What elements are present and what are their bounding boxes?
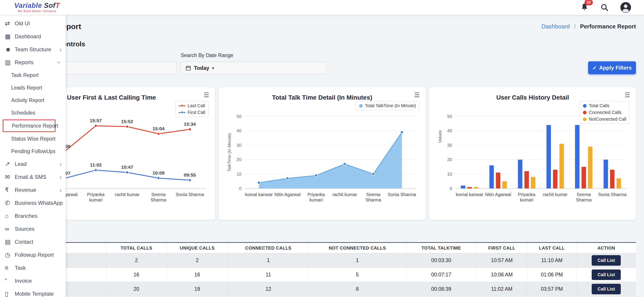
sidebar-item-business-whatsapp[interactable]: ✆Business WhatsApp (0, 196, 66, 209)
legend-marker-dot (181, 111, 183, 114)
call-list-button[interactable]: Call List (592, 255, 621, 266)
svg-text:Seema: Seema (577, 192, 591, 197)
legend-label: NotConnected Call (589, 117, 626, 122)
sidebar-item-revenue[interactable]: ₹Revenue› (0, 183, 66, 196)
svg-text:15:57: 15:57 (90, 118, 102, 123)
sidebar-item-label: Leads Report (11, 85, 42, 91)
sidebar-item-status-wise-report[interactable]: Status Wise Report (0, 133, 66, 145)
sidebar-item-label: Reports (15, 59, 34, 66)
legend-item[interactable]: Last Call (179, 103, 205, 108)
chart-menu-icon[interactable]: ☰ (624, 91, 630, 99)
svg-text:15:34: 15:34 (184, 122, 196, 127)
sidebar-item-mobile-template[interactable]: ▯Mobile Template (0, 287, 66, 297)
sidebar-item-label: Business WhatsApp (15, 200, 63, 206)
legend-item[interactable]: NotConnected Call (583, 117, 626, 122)
svg-text:Sharma: Sharma (366, 197, 381, 202)
sidebar-item-invoice[interactable]: ”Invoice (0, 274, 66, 287)
sidebar-item-label: Email & SMS (15, 174, 46, 180)
sidebar-item-label: Dashboard (15, 33, 41, 40)
app-logo[interactable]: VariableSofT We Build Better Software (14, 2, 60, 13)
table-cell: 20 (106, 282, 166, 296)
apply-filters-button[interactable]: ✓ Apply Filters (588, 61, 636, 74)
sidebar-item-label: Pending FollowUps (11, 148, 56, 154)
sidebar-item-label: Team Structure (15, 46, 51, 53)
svg-text:15:04: 15:04 (152, 126, 164, 131)
legend-item[interactable]: First Call (179, 110, 205, 115)
chart-legend: Last CallFirst Call (175, 101, 209, 117)
sidebar-item-lead[interactable]: ↗Lead› (0, 158, 66, 171)
area-chart-canvas: 01020304050TalkTime (In Minute)komal kan… (224, 102, 420, 208)
svg-text:Priyanka: Priyanka (308, 192, 325, 197)
sidebar-item-team-structure[interactable]: ☻Team Structure› (0, 43, 66, 56)
sidebar-item-email-sms[interactable]: ✉Email & SMS› (0, 171, 66, 183)
breadcrumb-dashboard-link[interactable]: Dashboard (541, 23, 570, 30)
team-structure-icon: ☻ (5, 46, 15, 53)
sidebar-item-task-report[interactable]: Task Report (0, 69, 66, 82)
notifications-button[interactable]: 10 (580, 3, 589, 12)
breadcrumb-separator: / (574, 23, 576, 30)
sidebar-item-reports[interactable]: ▥Reports› (0, 56, 66, 69)
table-cell: 10:57 AM (476, 253, 527, 268)
sidebar-item-followup-report[interactable]: ◷Followup Report (0, 248, 66, 261)
table-cell: 5 (308, 268, 406, 282)
logo-word-3: T (56, 2, 60, 10)
svg-text:komal kanwar: komal kanwar (245, 192, 273, 197)
logo-word-1: Variable (14, 2, 42, 10)
table-row: 201912800:08:3911:02 AM03:57 PMCall List (8, 282, 636, 296)
lead-icon: ↗ (5, 160, 15, 168)
legend-item[interactable]: Total Calls (583, 103, 626, 108)
sidebar-item-old-ui[interactable]: ⇄Old UI (0, 17, 66, 30)
sidebar-item-pending-followups[interactable]: Pending FollowUps (0, 145, 66, 158)
sidebar-menu: ⇄Old UI▦Dashboard☻Team Structure›▥Report… (0, 17, 66, 297)
legend-label: Connected Calls (589, 110, 622, 115)
column-header: UNIQUE CALLS (166, 243, 228, 253)
sidebar-item-sources[interactable]: ∞Sources (0, 222, 66, 235)
legend-marker (583, 104, 586, 108)
main-content: Performance Report Dashboard / Performan… (0, 15, 644, 296)
svg-text:20: 20 (447, 157, 452, 162)
calendar-icon (185, 65, 191, 71)
chevron-down-icon: › (56, 61, 62, 64)
sidebar-item-leads-report[interactable]: Leads Report (0, 82, 66, 94)
chevron-right-icon: › (60, 187, 62, 193)
sidebar-item-dashboard[interactable]: ▦Dashboard (0, 30, 66, 43)
sidebar-item-label: Performance Report (12, 123, 58, 129)
legend-marker (583, 118, 586, 121)
charts-row: ☰ User First & Last Calling Time Last Ca… (8, 87, 636, 220)
filter-controls: Search By Date Range Today ▾ ✓ Apply Fil… (8, 52, 636, 78)
sources-icon: ∞ (5, 226, 15, 232)
chart-menu-icon[interactable]: ☰ (204, 91, 209, 99)
table-cell: 11:02 AM (476, 282, 527, 296)
sidebar-item-label: Old UI (15, 20, 30, 27)
sidebar-item-activity-report[interactable]: Activity Report (0, 94, 66, 107)
breadcrumb: Dashboard / Performance Report (541, 23, 636, 30)
chart-card-calls-history: ☰ User Calls History Detail Total CallsC… (429, 87, 636, 220)
date-range-dropdown[interactable]: Today ▾ (181, 62, 326, 74)
call-list-button[interactable]: Call List (592, 269, 621, 280)
sidebar-item-task[interactable]: ≡Task (0, 261, 66, 274)
chart-menu-icon[interactable]: ☰ (414, 91, 420, 99)
page-header-row: Performance Report Dashboard / Performan… (8, 22, 636, 31)
search-button[interactable] (600, 3, 609, 12)
table-row: 161611500:07:1710:06 AM01:06 PMCall List (8, 268, 636, 282)
svg-text:11:02: 11:02 (90, 162, 102, 167)
svg-text:30: 30 (447, 143, 452, 148)
column-header: LAST CALL (527, 243, 576, 253)
svg-text:30: 30 (236, 143, 242, 148)
chevron-right-icon: › (60, 161, 62, 167)
column-header: FIRST CALL (476, 243, 527, 253)
notification-badge: 10 (584, 0, 593, 5)
date-range-value: Today (194, 65, 209, 71)
sidebar-item-label: Contact (15, 239, 33, 245)
user-avatar[interactable] (620, 2, 632, 13)
chevron-right-icon: › (60, 46, 62, 53)
sidebar-item-performance-report[interactable]: Performance Report (3, 120, 56, 132)
call-list-button[interactable]: Call List (592, 284, 621, 294)
sidebar-item-branches[interactable]: ⌂Branches (0, 209, 66, 222)
svg-text:09:55: 09:55 (184, 172, 196, 177)
legend-item[interactable]: Connected Calls (583, 110, 626, 115)
sidebar-item-contact[interactable]: ▤Contact (0, 235, 66, 248)
table-cell: 19 (166, 282, 228, 296)
legend-item[interactable]: Total TalkTime (In Minute) (359, 103, 416, 108)
sidebar-item-schedules[interactable]: Schedules (0, 107, 66, 119)
